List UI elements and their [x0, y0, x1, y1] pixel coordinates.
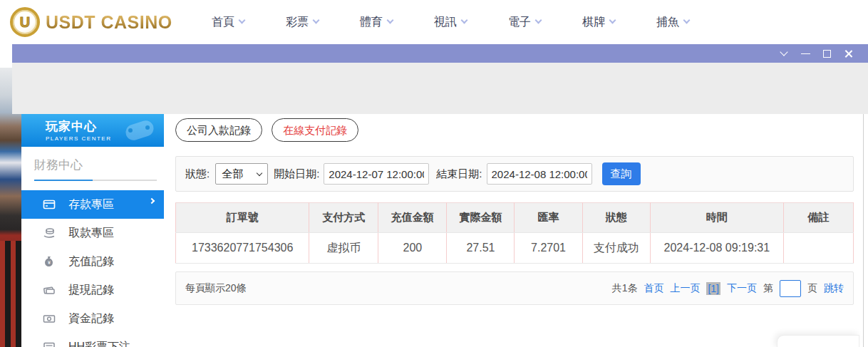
- logo-letter: U: [20, 14, 30, 31]
- deposit-card-icon: [43, 198, 56, 211]
- sidebar-item-deposit[interactable]: 存款專區: [21, 190, 164, 219]
- cell-remark: [784, 233, 854, 264]
- sidebar-item-withdraw-record[interactable]: 提現記錄: [21, 276, 164, 304]
- records-table: 訂單號 支付方式 充值金額 實際金額 匯率 狀態 時間 備註 173362077…: [175, 202, 854, 264]
- status-select[interactable]: 全部: [215, 163, 268, 185]
- jump-button[interactable]: 跳转: [824, 282, 844, 295]
- sidebar-section-label: 財務中心: [34, 157, 164, 173]
- sidebar: 玩家中心 PLAYERS CENTER 財務中心 存款專區 取款專區 ¥ 充值記…: [21, 114, 164, 347]
- logo-text: USDT CASINO: [46, 12, 172, 33]
- logo-icon: U: [10, 7, 40, 37]
- col-status: 狀態: [582, 203, 650, 233]
- tab-company-deposit-records[interactable]: 公司入款記錄: [175, 118, 262, 142]
- filter-bar: 狀態: 全部 開始日期: 結束日期: 查詢: [175, 156, 854, 192]
- money-bag-icon: ¥: [43, 255, 56, 268]
- first-page-link[interactable]: 首页: [644, 282, 663, 295]
- cell-payment-method: 虚拟币: [309, 233, 378, 264]
- nav-item-video[interactable]: 視訊: [413, 15, 487, 30]
- sidebar-item-withdraw[interactable]: 取款專區: [21, 219, 164, 247]
- chevron-down-icon: [313, 17, 320, 24]
- cell-actual-amount: 27.51: [447, 233, 515, 264]
- cell-order-no: 1733620771754306: [176, 233, 309, 264]
- sidebar-menu: 存款專區 取款專區 ¥ 充值記錄 提現記錄 資金記錄 HH彩票下注: [21, 190, 164, 347]
- top-nav: U USDT CASINO 首頁 彩票 體育 視訊 電子 棋牌 捕魚: [0, 0, 868, 44]
- sidebar-item-label: 資金記錄: [68, 311, 114, 326]
- nav-item-sports[interactable]: 體育: [339, 15, 413, 30]
- col-exchange-rate: 匯率: [515, 203, 582, 233]
- status-selected-value: 全部: [222, 167, 257, 181]
- col-actual-amount: 實際金額: [447, 203, 515, 233]
- window-header-band: [12, 63, 868, 114]
- pagination-controls: 共1条 首页 上一页 [1] 下一页 第 页 跳转: [612, 280, 844, 297]
- chevron-right-icon: [149, 198, 155, 204]
- sidebar-item-funds-record[interactable]: 資金記錄: [21, 304, 164, 333]
- cash-notes-icon: [43, 284, 56, 296]
- col-payment-method: 支付方式: [309, 203, 378, 233]
- withdraw-hand-icon: [43, 227, 56, 239]
- start-date-label: 開始日期:: [274, 167, 319, 181]
- sidebar-header: 玩家中心 PLAYERS CENTER: [21, 114, 164, 147]
- query-button[interactable]: 查詢: [602, 162, 641, 185]
- prev-page-link[interactable]: 上一页: [670, 282, 700, 295]
- banknote-icon: [43, 312, 56, 325]
- logo[interactable]: U USDT CASINO: [10, 7, 175, 37]
- nav-item-home[interactable]: 首頁: [191, 15, 265, 30]
- collapse-icon[interactable]: [773, 47, 795, 60]
- current-page-indicator[interactable]: [1]: [706, 282, 720, 295]
- page-size-text: 每頁顯示20條: [185, 282, 247, 295]
- nav-item-lottery[interactable]: 彩票: [265, 15, 339, 30]
- next-page-link[interactable]: 下一页: [727, 282, 757, 295]
- jump-suffix-label: 页: [807, 282, 817, 295]
- page-jump-input[interactable]: [780, 280, 801, 297]
- sidebar-item-label: 取款專區: [68, 226, 114, 241]
- col-order-no: 訂單號: [176, 203, 309, 233]
- chevron-down-icon: [257, 170, 262, 175]
- chevron-down-icon: [609, 17, 616, 24]
- col-recharge-amount: 充值金額: [378, 203, 447, 233]
- chevron-down-icon: [535, 17, 542, 24]
- main-content: 公司入款記錄 在線支付記錄 狀態: 全部 開始日期: 結束日期: 查詢 訂單號 …: [175, 118, 854, 305]
- total-count-text: 共1条: [612, 282, 638, 295]
- chevron-down-icon: [239, 17, 246, 24]
- nav-item-slots[interactable]: 電子: [487, 15, 562, 30]
- end-date-input[interactable]: [487, 163, 592, 185]
- svg-text:¥: ¥: [48, 260, 51, 265]
- floating-widget[interactable]: [777, 335, 859, 347]
- jump-prefix-label: 第: [763, 282, 773, 295]
- end-date-label: 結束日期:: [436, 167, 482, 181]
- close-icon[interactable]: [837, 47, 859, 60]
- sidebar-item-label: 提現記錄: [68, 283, 114, 298]
- sidebar-item-hh-lottery-bets[interactable]: HH彩票下注: [21, 333, 164, 347]
- nav-item-cards[interactable]: 棋牌: [562, 15, 636, 30]
- sidebar-item-label: 存款專區: [68, 197, 114, 212]
- window-titlebar: [12, 44, 868, 63]
- start-date-input[interactable]: [324, 163, 429, 185]
- table-header-row: 訂單號 支付方式 充值金額 實際金額 匯率 狀態 時間 備註: [176, 203, 854, 233]
- minimize-icon[interactable]: [795, 47, 816, 60]
- list-icon: [43, 341, 56, 347]
- status-label: 狀態:: [185, 167, 210, 181]
- col-time: 時間: [650, 203, 783, 233]
- maximize-icon[interactable]: [816, 47, 837, 60]
- gamepad-icon: [121, 120, 154, 140]
- jersey-stripes: [0, 241, 21, 347]
- tab-online-payment-records[interactable]: 在線支付記錄: [272, 118, 358, 142]
- cell-recharge-amount: 200: [378, 233, 447, 264]
- cell-exchange-rate: 7.2701: [515, 233, 582, 264]
- nav-menu: 首頁 彩票 體育 視訊 電子 棋牌 捕魚: [191, 15, 710, 30]
- sidebar-item-label: 充值記錄: [68, 254, 114, 269]
- record-tabs: 公司入款記錄 在線支付記錄: [175, 118, 854, 142]
- nav-item-fishing[interactable]: 捕魚: [636, 15, 710, 30]
- chevron-down-icon: [387, 17, 394, 24]
- cell-time: 2024-12-08 09:19:31: [650, 233, 783, 264]
- sidebar-item-recharge-record[interactable]: ¥ 充值記錄: [21, 247, 164, 276]
- chevron-down-icon: [461, 17, 468, 24]
- sidebar-item-label: HH彩票下注: [68, 340, 130, 347]
- pagination-bar: 每頁顯示20條 共1条 首页 上一页 [1] 下一页 第 页 跳转: [175, 271, 854, 305]
- table-row: 1733620771754306 虚拟币 200 27.51 7.2701 支付…: [176, 233, 854, 264]
- cell-status: 支付成功: [582, 233, 650, 264]
- chevron-down-icon: [683, 17, 691, 24]
- section-divider: [34, 180, 157, 181]
- col-remark: 備註: [784, 203, 854, 233]
